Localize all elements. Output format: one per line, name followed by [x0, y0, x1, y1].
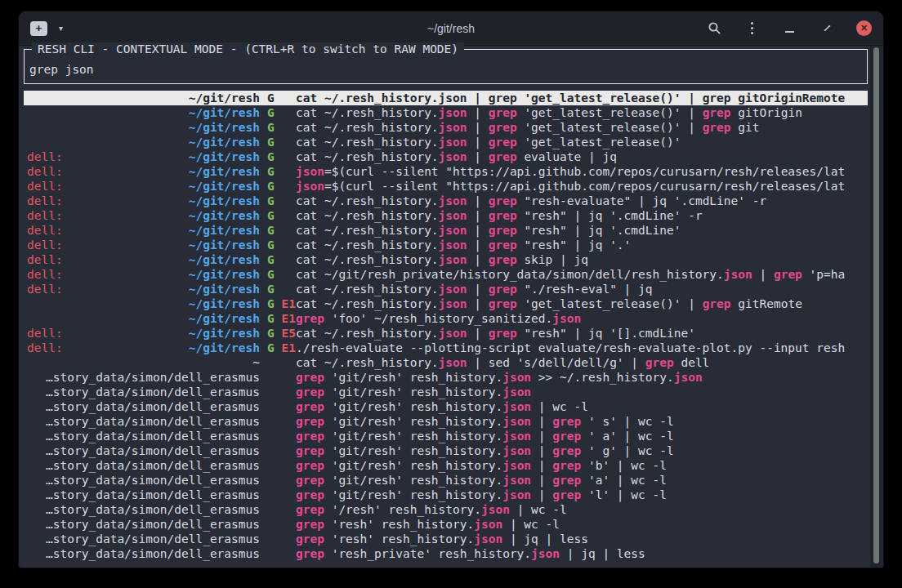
history-row[interactable]: …story_data/simon/dell_erasmusgrep 'resh… — [24, 517, 868, 532]
row-directory: …story_data/simon/dell_erasmus — [46, 532, 260, 546]
scrollbar-thumb[interactable] — [873, 47, 879, 564]
match-highlight: json — [439, 209, 467, 222]
history-row[interactable]: …story_data/simon/dell_erasmusgrep 'git/… — [24, 488, 868, 502]
history-row[interactable]: ~cat ~/.resh_history.json | sed 's/dell/… — [24, 355, 868, 370]
search-query-input[interactable]: grep json — [29, 63, 94, 76]
history-row[interactable]: …story_data/simon/dell_erasmusgrep 'git/… — [24, 473, 868, 488]
row-flags: G — [260, 208, 296, 223]
new-tab-button[interactable]: + — [30, 21, 47, 36]
row-directory: ~/git/resh — [189, 91, 260, 105]
match-highlight: json — [439, 150, 467, 163]
history-row[interactable]: …story_data/simon/dell_erasmusgrep 'resh… — [24, 532, 868, 546]
row-directory: ~/git/resh — [189, 209, 260, 222]
row-directory: ~/git/resh — [189, 312, 260, 325]
row-flags — [260, 399, 296, 414]
resh-search-box[interactable]: RESH CLI - CONTEXTUAL MODE - (CTRL+R to … — [24, 49, 868, 84]
row-context: dell:~/git/resh — [27, 194, 260, 208]
history-row[interactable]: ~/git/reshGcat ~/.resh_history.json | gr… — [24, 120, 868, 135]
history-row[interactable]: dell:~/git/reshGcat ~/git/resh_private/h… — [24, 267, 868, 282]
history-row[interactable]: …story_data/simon/dell_erasmusgrep 'git/… — [24, 385, 868, 399]
row-command: cat ~/.resh_history.json | grep "resh" |… — [296, 208, 868, 223]
row-context: ~/git/resh — [27, 120, 260, 135]
row-context: dell:~/git/resh — [27, 149, 260, 164]
row-command: cat ~/.resh_history.json | grep skip | j… — [296, 252, 868, 267]
row-command: cat ~/.resh_history.json | grep 'get_lat… — [296, 135, 868, 149]
history-row[interactable]: ~/git/reshG E1cat ~/.resh_history.json |… — [24, 296, 868, 311]
match-highlight: json — [439, 121, 467, 134]
history-row[interactable]: …story_data/simon/dell_erasmusgrep 'git/… — [24, 458, 868, 473]
row-flags — [260, 414, 296, 429]
history-row[interactable]: …story_data/simon/dell_erasmusgrep 'git/… — [24, 429, 868, 443]
history-row[interactable]: ~/git/reshGcat ~/.resh_history.json | gr… — [24, 135, 868, 149]
match-highlight: grep — [489, 253, 517, 266]
history-row[interactable]: dell:~/git/reshGcat ~/.resh_history.json… — [24, 208, 868, 223]
match-highlight: grep — [489, 121, 517, 134]
history-row[interactable]: dell:~/git/reshGcat ~/.resh_history.json… — [24, 238, 868, 252]
row-context: …story_data/simon/dell_erasmus — [27, 532, 260, 546]
history-row-selected[interactable]: ~/git/reshGcat ~/.resh_history.json | gr… — [24, 91, 868, 105]
history-row[interactable]: …story_data/simon/dell_erasmusgrep 'git/… — [24, 414, 868, 429]
match-highlight: json — [439, 194, 467, 207]
row-host: dell: — [27, 282, 63, 296]
history-row[interactable]: dell:~/git/reshGcat ~/.resh_history.json… — [24, 252, 868, 267]
scrollbar[interactable] — [870, 46, 882, 568]
match-highlight: json — [474, 518, 502, 531]
history-row[interactable]: dell:~/git/reshGcat ~/.resh_history.json… — [24, 223, 868, 238]
history-row[interactable]: dell:~/git/reshGcat ~/.resh_history.json… — [24, 282, 868, 296]
match-highlight: json — [502, 400, 531, 413]
titlebar[interactable]: + ▾ ~/git/resh — [19, 11, 883, 46]
close-button[interactable]: ✕ — [856, 20, 872, 36]
error-flag: E5 — [275, 327, 296, 340]
row-directory: ~/git/resh — [189, 238, 260, 252]
history-row[interactable]: dell:~/git/reshGjson=$(curl --silent "ht… — [24, 164, 868, 179]
git-flag: G — [267, 224, 275, 237]
search-button[interactable] — [706, 20, 722, 37]
history-row[interactable]: dell:~/git/reshGcat ~/.resh_history.json… — [24, 194, 868, 208]
git-flag: G — [267, 209, 275, 222]
history-row[interactable]: …story_data/simon/dell_erasmusgrep '/res… — [24, 502, 868, 517]
history-row[interactable]: dell:~/git/reshGjson=$(curl --silent "ht… — [24, 179, 868, 194]
match-highlight: grep — [552, 444, 581, 457]
error-flag: E1 — [275, 312, 296, 325]
git-flag: G — [267, 312, 275, 325]
row-directory: …story_data/simon/dell_erasmus — [46, 547, 260, 560]
minimize-button[interactable] — [781, 20, 797, 37]
git-flag: G — [267, 283, 275, 296]
row-command: grep '/resh' resh_history.json | wc -l — [296, 502, 868, 517]
row-directory: ~/git/resh — [189, 224, 260, 237]
restore-button[interactable] — [819, 20, 835, 37]
history-row[interactable]: dell:~/git/reshG E5cat ~/.resh_history.j… — [24, 326, 868, 341]
history-row[interactable]: …story_data/simon/dell_erasmusgrep 'resh… — [24, 546, 868, 561]
window-title: ~/git/resh — [210, 22, 692, 35]
history-row[interactable]: dell:~/git/reshGcat ~/.resh_history.json… — [24, 149, 868, 164]
row-command: grep 'git/resh' resh_history.json | grep… — [296, 429, 868, 443]
row-context: dell:~/git/resh — [27, 252, 260, 267]
row-context: dell:~/git/resh — [27, 326, 260, 341]
history-row[interactable]: ~/git/reshGcat ~/.resh_history.json | gr… — [24, 105, 868, 120]
row-flags — [260, 532, 296, 546]
match-highlight: json — [724, 268, 752, 281]
row-context: …story_data/simon/dell_erasmus — [27, 429, 260, 443]
row-directory: …story_data/simon/dell_erasmus — [46, 474, 260, 487]
row-command: cat ~/.resh_history.json | grep "resh" |… — [296, 238, 868, 252]
error-flag: E1 — [275, 341, 296, 354]
row-directory: ~ — [252, 356, 260, 369]
row-flags — [260, 517, 296, 532]
row-directory: ~/git/resh — [189, 136, 260, 149]
row-directory: …story_data/simon/dell_erasmus — [46, 400, 260, 413]
git-flag: G — [267, 121, 275, 134]
history-row[interactable]: dell:~/git/reshG E1./resh-evaluate --plo… — [24, 341, 868, 355]
row-directory: …story_data/simon/dell_erasmus — [46, 459, 260, 472]
history-row[interactable]: …story_data/simon/dell_erasmusgrep 'git/… — [24, 443, 868, 458]
row-flags: G E1 — [260, 341, 296, 355]
menu-button[interactable] — [743, 20, 760, 37]
history-row[interactable]: ~/git/reshG E1grep 'foo' ~/resh_history_… — [24, 311, 868, 326]
chevron-down-icon[interactable]: ▾ — [59, 24, 63, 33]
history-row[interactable]: …story_data/simon/dell_erasmusgrep 'git/… — [24, 370, 868, 385]
row-command: grep 'git/resh' resh_history.json | grep… — [296, 414, 868, 429]
match-highlight: json — [502, 385, 531, 399]
row-flags: G — [260, 91, 296, 105]
history-row[interactable]: …story_data/simon/dell_erasmusgrep 'git/… — [24, 399, 868, 414]
row-directory: ~/git/resh — [189, 180, 260, 193]
git-flag: G — [267, 327, 275, 340]
